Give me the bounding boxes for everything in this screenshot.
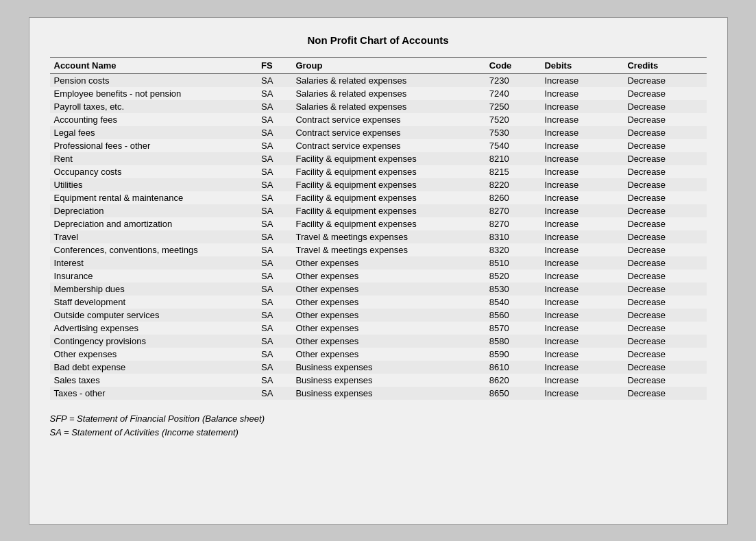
cell-credits: Decrease [623,309,706,322]
cell-credits: Decrease [623,165,706,178]
table-row: Payroll taxes, etc. SA Salaries & relate… [50,100,707,113]
cell-fs: SA [257,126,291,139]
cell-debits: Increase [540,139,623,152]
main-card: Non Profit Chart of Accounts Account Nam… [29,17,728,525]
cell-code: 8570 [485,322,541,335]
cell-account: Accounting fees [50,113,258,126]
cell-code: 8560 [485,309,541,322]
cell-credits: Decrease [623,335,706,348]
cell-account: Travel [50,230,258,243]
cell-account: Conferences, conventions, meetings [50,243,258,256]
cell-credits: Decrease [623,243,706,256]
page-title: Non Profit Chart of Accounts [50,34,707,46]
table-row: Staff development SA Other expenses 8540… [50,296,707,309]
cell-group: Other expenses [291,309,485,322]
cell-account: Professional fees - other [50,139,258,152]
cell-debits: Increase [540,348,623,361]
cell-code: 7230 [485,73,541,87]
cell-debits: Increase [540,335,623,348]
cell-account: Occupancy costs [50,165,258,178]
cell-code: 8580 [485,335,541,348]
cell-group: Business expenses [291,374,485,387]
cell-account: Pension costs [50,73,258,87]
cell-account: Contingency provisions [50,335,258,348]
cell-group: Salaries & related expenses [291,87,485,100]
cell-account: Staff development [50,296,258,309]
cell-debits: Increase [540,256,623,269]
cell-group: Business expenses [291,361,485,374]
cell-debits: Increase [540,361,623,374]
table-row: Accounting fees SA Contract service expe… [50,113,707,126]
cell-credits: Decrease [623,87,706,100]
cell-group: Salaries & related expenses [291,73,485,87]
accounts-table: Account Name FS Group Code Debits Credit… [50,57,707,400]
cell-group: Business expenses [291,387,485,400]
cell-debits: Increase [540,269,623,282]
cell-debits: Increase [540,191,623,204]
cell-group: Facility & equipment expenses [291,165,485,178]
cell-debits: Increase [540,374,623,387]
cell-fs: SA [257,100,291,113]
table-row: Advertising expenses SA Other expenses 8… [50,322,707,335]
cell-fs: SA [257,335,291,348]
cell-code: 8510 [485,256,541,269]
header-debits: Debits [540,57,623,73]
cell-code: 8590 [485,348,541,361]
header-fs: FS [257,57,291,73]
cell-code: 8540 [485,296,541,309]
footnote-sa: SA = Statement of Activities (Income sta… [50,426,707,440]
cell-credits: Decrease [623,282,706,296]
cell-account: Taxes - other [50,387,258,400]
cell-code: 8270 [485,217,541,230]
cell-fs: SA [257,113,291,126]
cell-debits: Increase [540,178,623,191]
cell-group: Facility & equipment expenses [291,204,485,217]
cell-debits: Increase [540,309,623,322]
cell-code: 7240 [485,87,541,100]
cell-group: Contract service expenses [291,113,485,126]
cell-group: Facility & equipment expenses [291,152,485,165]
cell-credits: Decrease [623,296,706,309]
cell-code: 8220 [485,178,541,191]
cell-credits: Decrease [623,217,706,230]
cell-fs: SA [257,152,291,165]
cell-account: Utilities [50,178,258,191]
cell-code: 8530 [485,282,541,296]
cell-group: Travel & meetings expenses [291,243,485,256]
cell-credits: Decrease [623,374,706,387]
cell-account: Depreciation [50,204,258,217]
cell-account: Equipment rental & maintenance [50,191,258,204]
cell-fs: SA [257,191,291,204]
cell-credits: Decrease [623,126,706,139]
cell-debits: Increase [540,296,623,309]
cell-account: Payroll taxes, etc. [50,100,258,113]
cell-credits: Decrease [623,191,706,204]
cell-group: Facility & equipment expenses [291,217,485,230]
cell-group: Other expenses [291,335,485,348]
footnotes: SFP = Statement of Financial Position (B… [50,412,707,441]
cell-group: Other expenses [291,322,485,335]
cell-group: Facility & equipment expenses [291,191,485,204]
table-row: Professional fees - other SA Contract se… [50,139,707,152]
header-credits: Credits [623,57,706,73]
cell-fs: SA [257,309,291,322]
cell-account: Employee benefits - not pension [50,87,258,100]
cell-credits: Decrease [623,100,706,113]
table-row: Other expenses SA Other expenses 8590 In… [50,348,707,361]
cell-fs: SA [257,204,291,217]
cell-code: 8520 [485,269,541,282]
cell-credits: Decrease [623,204,706,217]
header-account-name: Account Name [50,57,258,73]
cell-code: 8610 [485,361,541,374]
table-row: Utilities SA Facility & equipment expens… [50,178,707,191]
table-row: Taxes - other SA Business expenses 8650 … [50,387,707,400]
cell-group: Contract service expenses [291,126,485,139]
cell-fs: SA [257,282,291,296]
table-row: Rent SA Facility & equipment expenses 82… [50,152,707,165]
cell-account: Bad debt expense [50,361,258,374]
cell-account: Advertising expenses [50,322,258,335]
table-row: Contingency provisions SA Other expenses… [50,335,707,348]
table-row: Employee benefits - not pension SA Salar… [50,87,707,100]
cell-debits: Increase [540,243,623,256]
cell-debits: Increase [540,113,623,126]
